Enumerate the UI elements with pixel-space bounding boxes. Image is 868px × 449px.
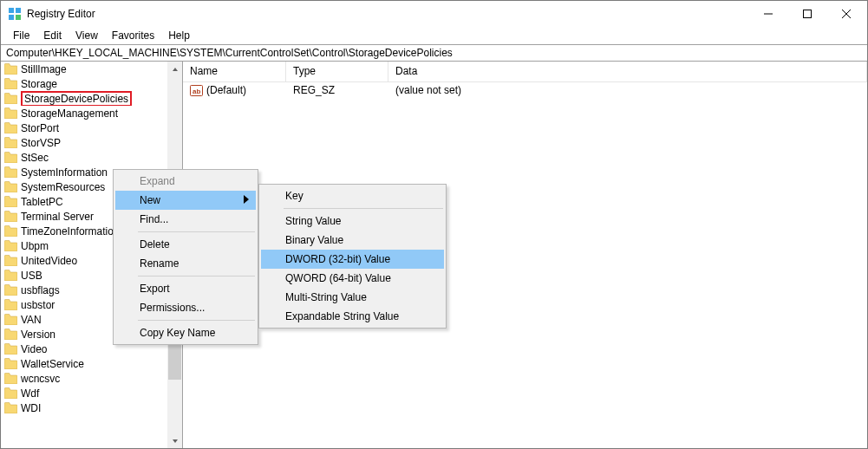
- folder-icon: [4, 63, 17, 75]
- folder-icon: [4, 373, 17, 384]
- tree-item[interactable]: StSec: [1, 150, 167, 165]
- tree-item-label: WalletService: [21, 358, 84, 370]
- list-header: Name Type Data: [183, 62, 867, 82]
- ctx-new-label: New: [140, 194, 160, 206]
- column-type[interactable]: Type: [286, 62, 388, 81]
- regedit-icon: [8, 7, 22, 21]
- tree-item-label: Video: [21, 343, 47, 355]
- tree-item-label: Storage: [21, 78, 57, 90]
- folder-icon: [4, 78, 17, 89]
- tree-item[interactable]: WalletService: [1, 356, 167, 371]
- ctx-expand[interactable]: Expand: [115, 172, 256, 191]
- menu-separator: [138, 320, 255, 321]
- tree-item-label: Ubpm: [21, 240, 49, 252]
- cell-type: REG_SZ: [286, 84, 388, 96]
- tree-item-label: usbflags: [21, 284, 60, 296]
- chevron-right-icon: [244, 195, 249, 205]
- titlebar: Registry Editor: [1, 1, 867, 27]
- folder-icon: [4, 166, 17, 178]
- folder-icon: [4, 152, 17, 163]
- ctx-find[interactable]: Find...: [115, 210, 256, 229]
- ctx-delete[interactable]: Delete: [115, 235, 256, 254]
- tree-item-label: VAN: [21, 314, 42, 326]
- menu-view[interactable]: View: [69, 29, 105, 42]
- list-row[interactable]: ab (Default) REG_SZ (value not set): [183, 82, 867, 98]
- folder-icon: [4, 137, 17, 148]
- ctx-rename[interactable]: Rename: [115, 254, 256, 273]
- ctx-copy-key-name[interactable]: Copy Key Name: [115, 323, 256, 342]
- ctx-export[interactable]: Export: [115, 279, 256, 298]
- ctx-new-string-label: String Value: [285, 215, 341, 227]
- folder-icon: [4, 329, 17, 340]
- ctx-new-qword64[interactable]: QWORD (64-bit) Value: [261, 269, 444, 288]
- folder-icon: [4, 93, 17, 104]
- tree-item-label: StorVSP: [21, 137, 61, 149]
- ctx-delete-label: Delete: [140, 238, 170, 251]
- scroll-up-arrow[interactable]: [167, 62, 182, 76]
- tree-item-label: USB: [21, 270, 42, 282]
- ctx-new-expandable-label: Expandable String Value: [285, 310, 399, 322]
- tree-item[interactable]: StorageDevicePolicies: [1, 91, 167, 106]
- tree-context-menu: Expand New Find... Delete Rename Export: [113, 169, 258, 345]
- svg-rect-5: [803, 10, 811, 18]
- ctx-new-multistring[interactable]: Multi-String Value: [261, 288, 444, 307]
- tree-item[interactable]: StorageManagement: [1, 106, 167, 120]
- tree-item[interactable]: Storage: [1, 76, 167, 91]
- tree-item-label: StSec: [21, 152, 49, 164]
- ctx-find-label: Find...: [140, 213, 168, 225]
- svg-marker-8: [173, 68, 178, 71]
- ctx-new-string[interactable]: String Value: [261, 211, 444, 231]
- folder-icon: [4, 299, 17, 310]
- tree-item[interactable]: WDI: [1, 400, 167, 415]
- tree-item-label: SystemResources: [21, 181, 105, 193]
- tree-item[interactable]: StorVSP: [1, 135, 167, 150]
- ctx-new[interactable]: New: [115, 191, 256, 210]
- tree-item-label: StorageManagement: [21, 107, 118, 120]
- svg-marker-12: [244, 195, 249, 204]
- ctx-permissions-label: Permissions...: [140, 302, 205, 314]
- ctx-new-dword32[interactable]: DWORD (32-bit) Value: [261, 250, 444, 269]
- ctx-new-key[interactable]: Key: [261, 186, 444, 205]
- folder-icon: [4, 402, 17, 413]
- menu-help[interactable]: Help: [161, 29, 197, 42]
- folder-icon: [4, 314, 17, 325]
- cell-data: (value not set): [388, 84, 867, 96]
- tree-item-label: Wdf: [21, 387, 39, 400]
- minimize-button[interactable]: [748, 1, 787, 27]
- folder-icon: [4, 284, 17, 296]
- ctx-new-qword64-label: QWORD (64-bit) Value: [285, 272, 391, 284]
- menu-edit[interactable]: Edit: [36, 29, 69, 42]
- ctx-permissions[interactable]: Permissions...: [115, 298, 256, 317]
- scroll-down-arrow[interactable]: [167, 433, 182, 448]
- svg-rect-1: [16, 8, 21, 13]
- menu-favorites[interactable]: Favorites: [105, 29, 161, 42]
- close-button[interactable]: [826, 1, 865, 27]
- svg-rect-0: [9, 8, 14, 13]
- cell-name: ab (Default): [183, 84, 286, 97]
- menu-separator: [284, 208, 443, 209]
- menubar: File Edit View Favorites Help: [1, 27, 867, 44]
- ctx-copy-key-name-label: Copy Key Name: [140, 327, 215, 339]
- ctx-expand-label: Expand: [140, 175, 175, 187]
- tree-item[interactable]: wcncsvc: [1, 371, 167, 386]
- column-name[interactable]: Name: [183, 62, 286, 81]
- svg-rect-3: [16, 15, 21, 20]
- tree-item-label: StillImage: [21, 63, 67, 75]
- ctx-new-binary[interactable]: Binary Value: [261, 231, 444, 250]
- tree-item-label: TimeZoneInformation: [21, 225, 120, 238]
- folder-icon: [4, 225, 17, 237]
- tree-item[interactable]: StillImage: [1, 62, 167, 76]
- menu-file[interactable]: File: [6, 29, 36, 42]
- tree-item[interactable]: StorPort: [1, 120, 167, 135]
- ctx-new-expandable[interactable]: Expandable String Value: [261, 307, 444, 326]
- tree-item-label: Version: [21, 329, 55, 341]
- new-submenu: Key String Value Binary Value DWORD (32-…: [258, 184, 447, 329]
- maximize-button[interactable]: [787, 1, 826, 27]
- folder-icon: [4, 211, 17, 222]
- value-name: (Default): [206, 84, 246, 96]
- folder-icon: [4, 181, 17, 192]
- tree-item[interactable]: Wdf: [1, 386, 167, 400]
- address-bar[interactable]: Computer\HKEY_LOCAL_MACHINE\SYSTEM\Curre…: [1, 44, 867, 62]
- column-data[interactable]: Data: [388, 62, 867, 81]
- folder-icon: [4, 343, 17, 355]
